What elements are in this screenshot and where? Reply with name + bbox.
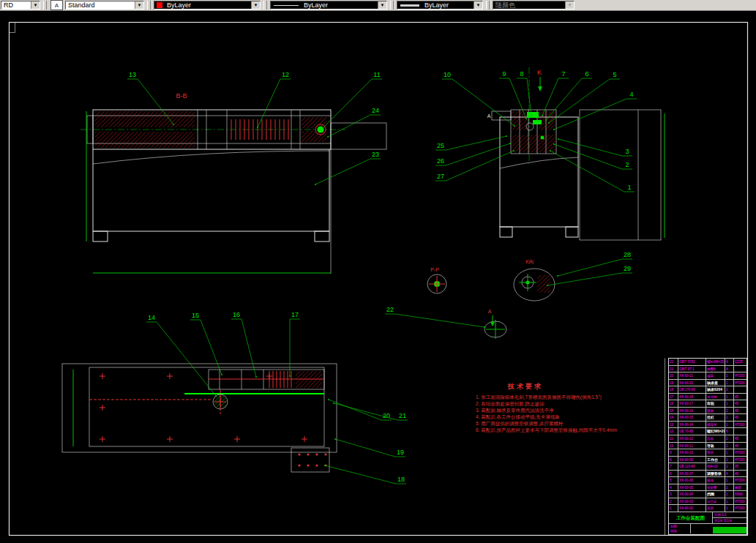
color-value: ByLayer xyxy=(165,1,191,9)
drawing-canvas[interactable]: 1312112423109876543212526272829221415161… xyxy=(0,0,756,543)
bom-cell: 8 xyxy=(669,457,678,463)
view-arrow-k xyxy=(538,86,542,91)
bom-cell: 齿轮 xyxy=(706,400,725,407)
chevron-down-icon[interactable]: ▼ xyxy=(135,1,143,9)
bom-cell: XX-00-21 xyxy=(678,372,706,379)
svg-text:6: 6 xyxy=(585,70,588,78)
title-block: 22GB/T 5782螺栓M8×254Q23521GB/T 97.1垫圈8420… xyxy=(668,358,747,535)
bom-cell: HT200 xyxy=(734,477,746,484)
chevron-down-icon[interactable]: ▼ xyxy=(378,1,386,9)
svg-text:15: 15 xyxy=(192,312,199,319)
tech-requirement-line: 5. 用厂商提供的调整垫铁调整,并拧紧螺栓 xyxy=(476,420,659,427)
tech-requirements-title: 技术要求 xyxy=(508,382,659,392)
bom-row: 16XX-00-17齿轮145 xyxy=(669,400,746,408)
bom-cell: 45 xyxy=(734,414,746,421)
svg-text:2: 2 xyxy=(625,161,629,168)
plot-style-dropdown: 随颜色 ▼ xyxy=(493,1,575,10)
part-callout: 11 xyxy=(322,71,382,129)
drawing-title: 工作台装配图 xyxy=(669,512,713,523)
layer-dropdown[interactable]: RD ▼ xyxy=(1,1,40,10)
bom-cell xyxy=(734,366,746,372)
toolbar-separator xyxy=(147,1,151,10)
bom-cell: 17 xyxy=(669,394,678,400)
bom-cell: XX-00-07 xyxy=(678,471,706,477)
bom-cell: HT200 xyxy=(734,457,746,463)
part-callout: 8 xyxy=(517,70,532,116)
bom-cell: 4 xyxy=(669,484,678,491)
text-style-dropdown[interactable]: Standard ▼ xyxy=(65,1,144,10)
bom-row: 14XX-00-15丝杠145 xyxy=(669,414,746,422)
linetype-glyph-icon xyxy=(274,5,299,6)
chevron-down-icon[interactable]: ▼ xyxy=(31,1,40,9)
bom-cell: 1 xyxy=(725,400,734,407)
title-block-footer: 工作台装配图 比例 1:2 共1张 第1张 xyxy=(669,512,746,524)
bom-cell: 螺钉M6×20 xyxy=(706,428,725,435)
bom-cell: XX-00-18 xyxy=(678,394,706,400)
text-style-value: Standard xyxy=(66,1,95,9)
title-block-meta: 比例 1:2 共1张 第1张 xyxy=(713,512,746,523)
bom-cell: 18 xyxy=(669,386,678,393)
check-label: 校核 xyxy=(670,529,690,533)
lineweight-dropdown[interactable]: ByLayer ▼ xyxy=(397,1,483,10)
bom-cell: HT200 xyxy=(734,498,746,505)
bom-cell: 轴承座 xyxy=(706,380,725,386)
lineweight-value: ByLayer xyxy=(422,1,449,9)
drawing-frame xyxy=(10,23,748,536)
bom-row: 4XX-00-05密封圈2橡胶 xyxy=(669,484,746,492)
cad-drawing: 1312112423109876543212526272829221415161… xyxy=(0,0,756,543)
draft-label: 制图 xyxy=(670,525,690,528)
bom-table: 22GB/T 5782螺栓M8×254Q23521GB/T 97.1垫圈8420… xyxy=(669,359,746,512)
bom-cell: GB/T 97.1 xyxy=(678,366,706,372)
svg-text:4: 4 xyxy=(629,91,633,98)
bom-cell xyxy=(734,386,746,393)
bom-cell: 1 xyxy=(725,498,734,505)
detail-k-view xyxy=(514,269,555,301)
bom-cell: GB 119-86 xyxy=(678,463,706,470)
bom-row: 6XX-00-07调整垫铁445 xyxy=(669,471,746,478)
bom-cell: 5 xyxy=(669,477,678,484)
bom-cell: 导轨 xyxy=(706,443,725,449)
bom-cell: 法兰盘 xyxy=(706,498,725,505)
bom-row: 22GB/T 5782螺栓M8×254Q235 xyxy=(669,359,746,366)
svg-text:7: 7 xyxy=(561,70,565,78)
bom-cell: XX-00-11 xyxy=(678,443,706,449)
svg-text:21: 21 xyxy=(399,412,406,419)
svg-text:12: 12 xyxy=(282,71,289,78)
bom-row: 12GB 70-85螺钉M6×206 xyxy=(669,428,746,435)
bom-cell: 1 xyxy=(725,372,734,379)
svg-text:14: 14 xyxy=(148,314,155,321)
bom-row: 2XX-00-03法兰盘1HT200 xyxy=(669,498,746,506)
chevron-down-icon[interactable]: ▼ xyxy=(474,1,482,9)
part-callout: 17 xyxy=(289,311,300,377)
bom-cell: 端盖 xyxy=(706,372,725,379)
bom-cell: 2 xyxy=(669,498,678,505)
color-dropdown[interactable]: ByLayer ▼ xyxy=(154,1,261,10)
tech-requirements-lines: 1. 加工前清除箱体毛刺,T形槽底面及侧面不得碰伤(倒角1.5°)2. 各结合面… xyxy=(476,394,659,433)
bom-cell: 9 xyxy=(669,449,678,456)
bom-cell: XX-00-14 xyxy=(678,422,706,428)
svg-text:5: 5 xyxy=(613,71,616,78)
bom-cell: 工作台 xyxy=(706,457,725,463)
bom-row: 19XX-00-20轴承座1HT200 xyxy=(669,380,746,387)
bom-cell: 12 xyxy=(669,428,678,435)
bom-cell: 1 xyxy=(725,449,734,456)
bom-cell: XX-00-16 xyxy=(678,408,706,414)
view-label: A xyxy=(488,309,492,314)
bom-cell: 2 xyxy=(725,463,734,470)
bom-row: 10XX-00-11导轨245 xyxy=(669,443,746,450)
bom-cell: 2 xyxy=(725,484,734,491)
text-style-glyph: A xyxy=(55,2,59,9)
bom-cell: 7 xyxy=(669,463,678,470)
chevron-down-icon[interactable]: ▼ xyxy=(251,1,260,9)
text-style-icon[interactable]: A xyxy=(50,0,63,10)
part-callout: 15 xyxy=(190,312,222,375)
lineweight-glyph-icon xyxy=(400,4,419,7)
bom-cell: 2 xyxy=(725,443,734,449)
bom-cell: 1 xyxy=(725,505,734,512)
bom-cell: 4 xyxy=(725,366,734,372)
part-callout: 3 xyxy=(558,138,632,156)
bom-cell: 20 xyxy=(669,372,678,379)
linetype-dropdown[interactable]: ByLayer ▼ xyxy=(270,1,387,10)
view-label: A xyxy=(487,113,491,119)
part-callout: 19 xyxy=(334,438,405,457)
